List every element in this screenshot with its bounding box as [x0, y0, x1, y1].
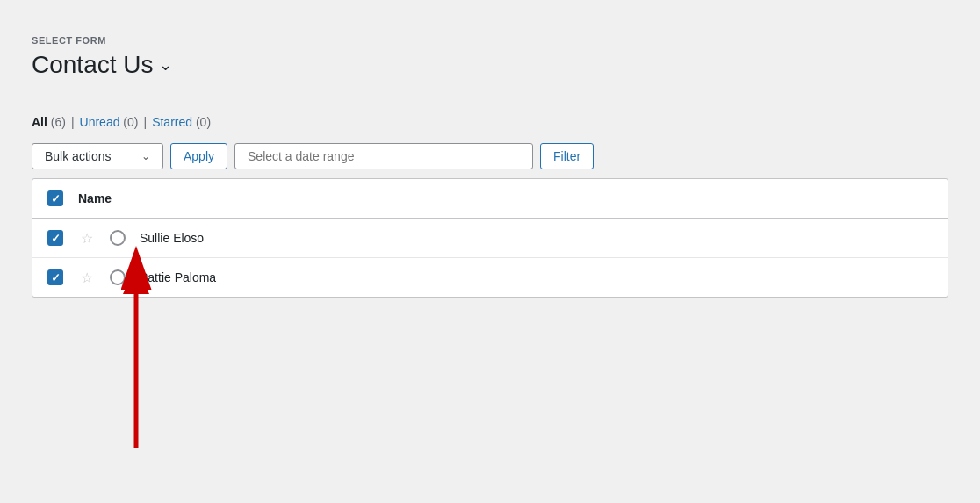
- checkmark-icon: ✓: [51, 272, 61, 284]
- row-1-checkbox-wrapper[interactable]: ✓: [47, 229, 64, 247]
- tab-separator-2: |: [143, 115, 147, 129]
- bulk-actions-button[interactable]: Bulk actions ⌄: [32, 143, 163, 169]
- select-all-checkbox-wrapper[interactable]: ✓: [47, 190, 64, 207]
- row-1-star-icon[interactable]: ☆: [78, 229, 96, 247]
- submissions-table: ✓ Name ✓ ☆ Sullie Eloso ✓ ☆: [32, 178, 948, 298]
- table-row: ✓ ☆ Pattie Paloma: [32, 258, 948, 297]
- checkmark-icon: ✓: [51, 233, 61, 244]
- bulk-actions-chevron-icon: ⌄: [141, 150, 150, 162]
- form-title[interactable]: Contact Us: [32, 51, 154, 79]
- row-2-radio[interactable]: [110, 269, 126, 285]
- table-header-row: ✓ Name: [32, 179, 948, 219]
- actions-row: Bulk actions ⌄ Apply Filter: [32, 143, 948, 169]
- tab-starred[interactable]: Starred (0): [152, 115, 211, 129]
- row-1-checkbox[interactable]: ✓: [47, 230, 63, 246]
- row-2-checkbox-wrapper[interactable]: ✓: [47, 269, 64, 286]
- row-1-name: Sullie Eloso: [140, 231, 933, 245]
- tab-unread[interactable]: Unread (0): [80, 115, 139, 129]
- divider: [32, 97, 948, 97]
- select-form-label: SELECT FORM: [32, 35, 948, 46]
- apply-button[interactable]: Apply: [170, 143, 227, 169]
- row-2-star-icon[interactable]: ☆: [78, 269, 96, 286]
- row-2-checkbox[interactable]: ✓: [47, 269, 63, 285]
- chevron-down-icon[interactable]: ⌄: [159, 55, 172, 75]
- name-column-header: Name: [78, 191, 933, 205]
- checkmark-icon: ✓: [51, 193, 61, 205]
- row-1-radio[interactable]: [110, 230, 126, 246]
- tab-all[interactable]: All (6): [32, 115, 66, 129]
- table-row: ✓ ☆ Sullie Eloso: [32, 219, 948, 258]
- date-range-input[interactable]: [234, 143, 533, 169]
- select-all-checkbox[interactable]: ✓: [47, 190, 63, 206]
- filter-button[interactable]: Filter: [540, 143, 594, 169]
- tab-separator-1: |: [71, 115, 75, 129]
- row-2-name: Pattie Paloma: [140, 270, 933, 284]
- form-title-row: Contact Us ⌄: [32, 51, 948, 79]
- filter-tabs: All (6) | Unread (0) | Starred (0): [32, 115, 948, 129]
